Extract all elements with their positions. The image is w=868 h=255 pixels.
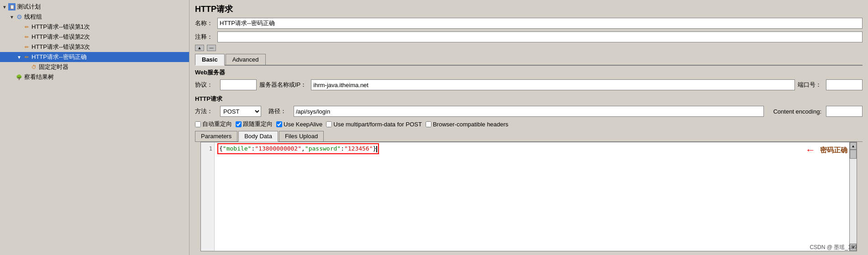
collapse-button[interactable]: ▲ [195, 45, 204, 51]
checkbox-multipart[interactable]: Use multipart/form-data for POST [326, 121, 422, 128]
json-comma: , [301, 145, 305, 152]
http-request-row: 方法： POST GET PUT DELETE 路径： Content enco… [195, 105, 863, 118]
tab-files-upload[interactable]: Files Upload [279, 131, 324, 141]
browser-compat-label: Browser-compatible headers [433, 121, 508, 128]
method-label: 方法： [195, 107, 216, 115]
expand-spacer [16, 24, 22, 30]
sidebar-item-label: HTTP请求--错误第2次 [32, 33, 90, 41]
sidebar-item-results[interactable]: 🌳 察看结果树 [0, 72, 189, 82]
path-input[interactable] [294, 106, 764, 117]
name-row: 名称： [189, 16, 868, 30]
web-server-title: Web服务器 [195, 68, 863, 77]
expand-icon-http4: ▼ [16, 54, 22, 60]
json-value-mobile: "13800000002" [255, 145, 301, 152]
scroll-up-button[interactable]: ▲ [850, 142, 857, 150]
expand-spacer [24, 64, 29, 70]
method-select[interactable]: POST GET PUT DELETE [220, 106, 261, 117]
sidebar-item-label: 线程组 [24, 13, 42, 21]
follow-redirect-checkbox[interactable] [236, 121, 242, 127]
code-area[interactable]: {"mobile":"13800000002","password":"1234… [215, 142, 857, 251]
protocol-input[interactable] [220, 79, 257, 90]
plan-icon: 📋 [8, 3, 16, 10]
vertical-scrollbar[interactable]: ▲ ▼ [849, 142, 857, 251]
json-colon-2: : [341, 145, 344, 152]
expand-icon-thread: ▼ [9, 14, 15, 20]
keepalive-checkbox[interactable] [276, 121, 282, 127]
port-input[interactable] [826, 79, 863, 90]
collapse-bar: ▲ — [189, 44, 868, 52]
sidebar-item-http1[interactable]: ✏ HTTP请求--错误第1次 [0, 22, 189, 32]
checkbox-browser-compat[interactable]: Browser-compatible headers [426, 121, 508, 128]
name-label: 名称： [195, 19, 216, 27]
keepalive-label: Use KeepAlive [284, 121, 322, 128]
sidebar-item-http3[interactable]: ✏ HTTP请求--错误第3次 [0, 42, 189, 52]
content-encoding-label: Content encoding: [767, 108, 821, 115]
sidebar-item-http2[interactable]: ✏ HTTP请求--错误第2次 [0, 32, 189, 42]
sidebar-item-label: HTTP请求--错误第1次 [32, 23, 90, 31]
sidebar-item-test-plan[interactable]: ▼ 📋 测试计划 [0, 2, 189, 12]
cursor [376, 146, 377, 152]
sidebar-item-timer[interactable]: ⏱ 固定定时器 [0, 62, 189, 72]
http-request-section: HTTP请求 方法： POST GET PUT DELETE 路径： Conte… [189, 92, 868, 119]
expand-icon-plan: ▼ [2, 4, 7, 10]
body-area: 1 {"mobile":"13800000002","password":"12… [200, 142, 857, 251]
tab-parameters[interactable]: Parameters [195, 131, 237, 141]
scroll-track[interactable] [850, 150, 857, 244]
sidebar-item-label: 测试计划 [17, 3, 41, 11]
annotation-container: ← 密码正确 [805, 144, 847, 156]
comment-input[interactable] [217, 31, 863, 42]
sidebar-item-label: HTTP请求--密码正确 [32, 53, 87, 61]
tab-advanced[interactable]: Advanced [226, 54, 266, 65]
checkboxes-row: 自动重定向 跟随重定向 Use KeepAlive Use multipart/… [189, 119, 868, 130]
expand-spacer [16, 44, 22, 50]
line-numbers: 1 [201, 142, 215, 251]
checkbox-auto-redirect[interactable]: 自动重定向 [195, 120, 232, 128]
web-server-section: Web服务器 协议： 服务器名称或IP： 端口号： [189, 66, 868, 92]
json-open-brace: { [219, 145, 223, 152]
comment-row: 注释： [189, 30, 868, 44]
web-server-row: 协议： 服务器名称或IP： 端口号： [195, 78, 863, 91]
browser-compat-checkbox[interactable] [426, 121, 431, 127]
sidebar-item-http4[interactable]: ▼ ✏ HTTP请求--密码正确 [0, 52, 189, 62]
http-icon-1: ✏ [23, 23, 30, 31]
server-label: 服务器名称或IP： [259, 81, 306, 89]
tab-basic[interactable]: Basic [195, 54, 225, 66]
follow-redirect-label: 跟随重定向 [243, 120, 273, 128]
protocol-label: 协议： [195, 81, 216, 89]
http-icon-2: ✏ [23, 33, 30, 41]
thread-icon: ⚙ [16, 13, 23, 21]
sidebar-item-label: 固定定时器 [39, 63, 68, 71]
expand-spacer [9, 74, 15, 80]
scroll-thumb[interactable] [850, 150, 857, 159]
results-icon: 🌳 [16, 73, 23, 81]
json-key-password: "password" [305, 145, 341, 152]
name-input[interactable] [217, 18, 863, 29]
sidebar-item-label: 察看结果树 [24, 73, 54, 81]
checkbox-follow-redirect[interactable]: 跟随重定向 [236, 120, 273, 128]
sidebar-item-thread-group[interactable]: ▼ ⚙ 线程组 [0, 12, 189, 22]
auto-redirect-checkbox[interactable] [195, 121, 201, 127]
arrow-icon: ← [805, 144, 815, 156]
server-input[interactable] [311, 79, 795, 90]
json-key-mobile: "mobile" [223, 145, 252, 152]
sidebar-item-label: HTTP请求--错误第3次 [32, 43, 90, 51]
auto-redirect-label: 自动重定向 [202, 120, 232, 128]
tab-body-data[interactable]: Body Data [238, 131, 278, 142]
inner-tabs-row: Parameters Body Data Files Upload [195, 131, 863, 142]
annotation-text: 密码正确 [820, 146, 847, 155]
inner-tabs: Parameters Body Data Files Upload [189, 130, 868, 142]
watermark-text: CSDN @ 墨瑶_189 [810, 244, 857, 250]
http-request-title: HTTP请求 [195, 95, 863, 103]
comment-label: 注释： [195, 33, 216, 41]
json-close-brace: } [373, 145, 377, 152]
tabs-row: Basic Advanced [195, 54, 863, 66]
content-encoding-input[interactable] [826, 106, 863, 117]
line-number-1: 1 [203, 144, 212, 153]
multipart-checkbox[interactable] [326, 121, 332, 127]
multipart-label: Use multipart/form-data for POST [333, 121, 422, 128]
expand-button[interactable]: — [207, 45, 216, 51]
timer-icon: ⏱ [30, 63, 37, 71]
checkbox-keepalive[interactable]: Use KeepAlive [276, 121, 322, 128]
watermark: CSDN @ 墨瑶_189 [810, 244, 857, 251]
path-label: 路径： [268, 107, 289, 115]
